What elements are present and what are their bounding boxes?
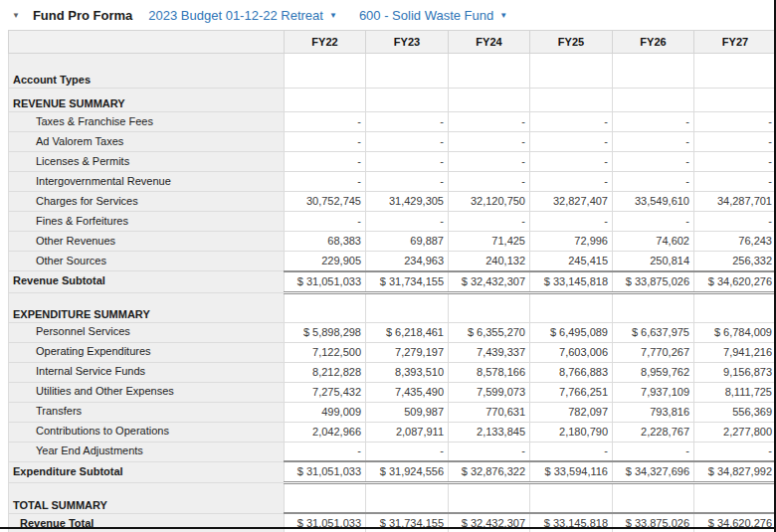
window-bottom-edge bbox=[0, 527, 776, 529]
value-cell-fy27 bbox=[694, 292, 776, 322]
value-cell-fy25: - bbox=[530, 212, 613, 232]
value-cell-fy23: $ 6,218,461 bbox=[366, 322, 449, 342]
row-label: Revenue Total bbox=[9, 513, 285, 532]
value-cell-fy23: - bbox=[366, 442, 449, 461]
value-cell-fy27 bbox=[694, 54, 776, 89]
value-cell-fy24: $ 32,876,322 bbox=[449, 461, 530, 483]
value-cell-fy26: - bbox=[613, 112, 694, 132]
row-label: Licenses & Permits bbox=[9, 152, 285, 172]
row-label: Account Types bbox=[9, 54, 285, 89]
value-cell-fy25: - bbox=[530, 132, 613, 152]
value-cell-fy25: $ 33,594,116 bbox=[530, 461, 613, 483]
value-cell-fy23: 69,887 bbox=[366, 232, 449, 252]
value-cell-fy26: - bbox=[613, 442, 694, 461]
value-cell-fy23: $ 31,734,155 bbox=[366, 271, 449, 293]
table-body: Account TypesREVENUE SUMMARYTaxes & Fran… bbox=[9, 54, 776, 532]
value-cell-fy26: $ 34,327,696 bbox=[613, 461, 694, 483]
value-cell-fy26: 250,814 bbox=[613, 252, 694, 271]
value-cell-fy26: 33,549,610 bbox=[613, 192, 694, 212]
table-row-other-revenues: Other Revenues68,38369,88771,42572,99674… bbox=[9, 232, 776, 252]
value-cell-fy24: $ 6,355,270 bbox=[449, 322, 530, 342]
budget-selector-label: 2023 Budget 01-12-22 Retreat bbox=[148, 8, 323, 23]
value-cell-fy27: 76,243 bbox=[694, 232, 776, 252]
value-cell-fy24: 240,132 bbox=[449, 252, 530, 271]
value-cell-fy22: - bbox=[285, 152, 366, 172]
value-cell-fy22: 7,275,432 bbox=[285, 382, 366, 402]
value-cell-fy25: - bbox=[530, 152, 613, 172]
value-cell-fy27: 556,369 bbox=[694, 402, 776, 422]
value-cell-fy24: 32,120,750 bbox=[449, 192, 530, 212]
table-row-revenue-total: Revenue Total$ 31,051,033$ 31,734,155$ 3… bbox=[9, 513, 776, 532]
value-cell-fy27: $ 34,827,992 bbox=[694, 461, 776, 483]
collapse-caret-icon[interactable]: ▼ bbox=[12, 11, 20, 20]
row-label: Other Sources bbox=[9, 252, 285, 271]
value-cell-fy25: 7,603,006 bbox=[530, 342, 613, 362]
value-cell-fy24: 2,133,845 bbox=[449, 422, 530, 442]
value-cell-fy22: 229,905 bbox=[285, 252, 366, 271]
table-row-total-summary: TOTAL SUMMARY bbox=[9, 483, 776, 514]
budget-selector-dropdown[interactable]: 2023 Budget 01-12-22 Retreat ▼ bbox=[148, 8, 337, 23]
row-label: Intergovernmental Revenue bbox=[9, 172, 285, 192]
value-cell-fy27: - bbox=[694, 112, 776, 132]
row-label: REVENUE SUMMARY bbox=[9, 89, 285, 112]
value-cell-fy24 bbox=[449, 89, 530, 112]
table-row-expenditure-subtotal: Expenditure Subtotal$ 31,051,033$ 31,924… bbox=[9, 461, 776, 483]
value-cell-fy26 bbox=[613, 89, 694, 112]
table-row-revenue-subtotal: Revenue Subtotal$ 31,051,033$ 31,734,155… bbox=[9, 271, 776, 293]
value-cell-fy23: 509,987 bbox=[366, 402, 449, 422]
value-cell-fy27: 7,941,216 bbox=[694, 342, 776, 362]
value-cell-fy26: 2,228,767 bbox=[613, 422, 694, 442]
table-row-intergovernmental-revenue: Intergovernmental Revenue------ bbox=[9, 172, 776, 192]
value-cell-fy25: 245,415 bbox=[530, 252, 613, 271]
value-cell-fy27: 9,156,873 bbox=[694, 362, 776, 382]
value-cell-fy24 bbox=[449, 483, 530, 514]
value-cell-fy25: 2,180,790 bbox=[530, 422, 613, 442]
column-header-fy24: FY24 bbox=[449, 31, 530, 54]
table-row-operating-expenditures: Operating Expenditures7,122,5007,279,197… bbox=[9, 342, 776, 362]
value-cell-fy27: 34,287,701 bbox=[694, 192, 776, 212]
table-row-ad-valorem-taxes: Ad Valorem Taxes------ bbox=[9, 132, 776, 152]
row-label: Operating Expenditures bbox=[9, 342, 285, 362]
value-cell-fy26: 8,959,762 bbox=[613, 362, 694, 382]
value-cell-fy27 bbox=[694, 483, 776, 514]
value-cell-fy22: $ 5,898,298 bbox=[285, 322, 366, 342]
table-header-row: FY22FY23FY24FY25FY26FY27 bbox=[9, 31, 776, 54]
row-label: Taxes & Franchise Fees bbox=[9, 112, 285, 132]
value-cell-fy25: $ 33,145,818 bbox=[530, 513, 613, 532]
value-cell-fy26: - bbox=[613, 132, 694, 152]
value-cell-fy25: 72,996 bbox=[530, 232, 613, 252]
value-cell-fy25 bbox=[530, 54, 613, 89]
value-cell-fy22: 68,383 bbox=[285, 232, 366, 252]
value-cell-fy25: 7,766,251 bbox=[530, 382, 613, 402]
row-label: Ad Valorem Taxes bbox=[9, 132, 285, 152]
table-row-personnel-services: Personnel Services$ 5,898,298$ 6,218,461… bbox=[9, 322, 776, 342]
value-cell-fy22: 8,212,828 bbox=[285, 362, 366, 382]
value-cell-fy22: - bbox=[285, 132, 366, 152]
table-row-utilities-and-other-expenses: Utilities and Other Expenses7,275,4327,4… bbox=[9, 382, 776, 402]
value-cell-fy24: 7,439,337 bbox=[449, 342, 530, 362]
value-cell-fy23 bbox=[366, 54, 449, 89]
value-cell-fy22: - bbox=[285, 172, 366, 192]
page-title: Fund Pro Forma bbox=[33, 8, 132, 23]
value-cell-fy22 bbox=[285, 483, 366, 514]
value-cell-fy23: - bbox=[366, 132, 449, 152]
value-cell-fy23 bbox=[366, 89, 449, 112]
value-cell-fy27: - bbox=[694, 132, 776, 152]
chevron-down-icon: ▼ bbox=[499, 11, 507, 20]
proforma-table: FY22FY23FY24FY25FY26FY27 Account TypesRE… bbox=[8, 30, 776, 532]
value-cell-fy24: - bbox=[449, 152, 530, 172]
value-cell-fy24: 8,578,166 bbox=[449, 362, 530, 382]
value-cell-fy22: 30,752,745 bbox=[285, 192, 366, 212]
row-label: Charges for Services bbox=[9, 192, 285, 212]
row-label: Transfers bbox=[9, 402, 285, 422]
value-cell-fy27 bbox=[694, 89, 776, 112]
toolbar: ▼ Fund Pro Forma 2023 Budget 01-12-22 Re… bbox=[0, 0, 776, 30]
row-label: Other Revenues bbox=[9, 232, 285, 252]
value-cell-fy27: 256,332 bbox=[694, 252, 776, 271]
value-cell-fy25: 782,097 bbox=[530, 402, 613, 422]
value-cell-fy26: $ 6,637,975 bbox=[613, 322, 694, 342]
value-cell-fy24: - bbox=[449, 172, 530, 192]
value-cell-fy23: 7,435,490 bbox=[366, 382, 449, 402]
row-label: Fines & Forfeitures bbox=[9, 212, 285, 232]
fund-selector-dropdown[interactable]: 600 - Solid Waste Fund ▼ bbox=[359, 8, 507, 23]
